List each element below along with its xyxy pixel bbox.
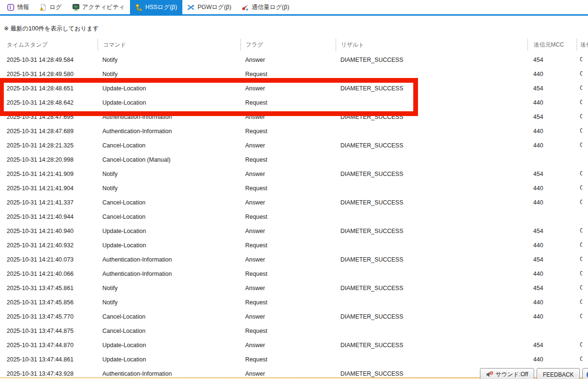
cell-mnc — [577, 328, 588, 334]
cell-mcc: 440 — [528, 242, 577, 249]
cell-flag: Answer — [240, 228, 336, 234]
cell-result: DIAMETER_SUCCESS — [336, 85, 528, 92]
thermometer-icon — [242, 4, 249, 11]
feedback-label: FEEDBACK — [543, 371, 574, 378]
cell-timestamp: 2025-10-31 14:21:41.337 — [0, 199, 98, 206]
cell-command: Notify — [98, 71, 240, 78]
sound-toggle-button[interactable]: サウンド:Off — [480, 368, 534, 379]
cell-result: DIAMETER_SUCCESS — [336, 142, 528, 149]
log-table-body: 2025-10-31 14:28:49.584 Notify Answer DI… — [0, 53, 588, 379]
table-row: 2025-10-31 14:28:49.580 Notify Request 4… — [0, 67, 588, 81]
table-header: タイムスタンプ コマンド フラグ リザルト 送信元MCC 送信元MNC — [0, 39, 588, 51]
key-alert-icon — [135, 4, 142, 11]
tab-traffic-log[interactable]: 通信量ログ(β) — [237, 0, 295, 14]
cell-mnc — [577, 156, 588, 163]
cell-timestamp: 2025-10-31 14:28:47.695 — [0, 114, 98, 120]
cell-mcc: 440 — [528, 71, 577, 78]
cell-mnc: 0 — [577, 284, 588, 292]
hss-log-page: 情報 ログ アクティビティ HSSログ(β) PGWログ(β) 通信量ログ(β) — [0, 0, 588, 379]
cell-command: Authentication-Information — [98, 271, 240, 277]
cell-mnc: 0 — [577, 70, 588, 78]
cell-mnc: 0 — [577, 299, 588, 307]
cell-timestamp: 2025-10-31 13:47:45.856 — [0, 299, 98, 306]
cell-command: Notify — [98, 171, 240, 177]
cell-command: Notify — [98, 299, 240, 306]
cell-timestamp: 2025-10-31 14:28:49.584 — [0, 57, 98, 63]
feedback-button[interactable]: FEEDBACK — [537, 368, 580, 379]
cell-mcc: 440 — [528, 356, 577, 363]
tab-label: PGWログ(β) — [198, 3, 231, 11]
column-header-command: コマンド — [98, 39, 240, 51]
cell-result: DIAMETER_SUCCESS — [336, 199, 528, 206]
table-row: 2025-10-31 14:28:21.325 Cancel-Location … — [0, 138, 588, 153]
cell-flag: Answer — [240, 85, 336, 92]
cell-command: Update-Location — [98, 228, 240, 234]
cell-timestamp: 2025-10-31 14:28:49.580 — [0, 71, 98, 78]
cell-mcc: 454 — [528, 228, 577, 234]
table-row: 2025-10-31 14:21:40.940 Update-Location … — [0, 224, 588, 238]
log-icon — [40, 4, 47, 11]
cell-flag: Request — [240, 271, 336, 277]
cell-command: Cancel-Location — [98, 214, 240, 220]
cell-flag: Request — [240, 185, 336, 192]
table-row: 2025-10-31 14:28:48.642 Update-Location … — [0, 96, 588, 110]
cell-flag: Request — [240, 356, 336, 363]
tab-hss-log[interactable]: HSSログ(β) — [130, 0, 182, 14]
cell-command: Cancel-Location — [98, 142, 240, 149]
cell-mcc: 440 — [528, 99, 577, 106]
tab-activity[interactable]: アクティビティ — [67, 0, 130, 14]
cell-timestamp: 2025-10-31 13:47:45.770 — [0, 313, 98, 320]
tab-pgw-log[interactable]: PGWログ(β) — [182, 0, 237, 14]
cell-command: Update-Location — [98, 356, 240, 363]
cell-timestamp: 2025-10-31 14:21:40.066 — [0, 271, 98, 277]
cell-mcc: 440 — [528, 142, 577, 149]
cell-flag: Request — [240, 71, 336, 78]
cell-flag: Request — [240, 156, 336, 163]
cell-flag: Answer — [240, 142, 336, 149]
cell-timestamp: 2025-10-31 13:47:43.928 — [0, 370, 98, 377]
cell-timestamp: 2025-10-31 14:21:40.944 — [0, 214, 98, 220]
cell-flag: Request — [240, 242, 336, 249]
info-icon — [7, 4, 14, 11]
cell-command: Update-Location — [98, 242, 240, 249]
cell-mnc: 0 — [577, 341, 588, 350]
cell-mcc: 454 — [528, 285, 577, 292]
cell-command: Update-Location — [98, 99, 240, 106]
cell-flag: Answer — [240, 313, 336, 320]
cell-flag: Answer — [240, 171, 336, 177]
cell-mnc: 0 — [577, 185, 588, 193]
table-row: 2025-10-31 13:47:45.861 Notify Answer DI… — [0, 281, 588, 295]
cell-command: Notify — [98, 285, 240, 292]
tab-label: ログ — [50, 3, 62, 11]
cell-mnc: 0 — [577, 113, 588, 121]
cell-result: DIAMETER_SUCCESS — [336, 313, 528, 320]
cell-mnc: 0 — [577, 170, 588, 178]
cell-mnc: 0 — [577, 199, 588, 207]
tab-info[interactable]: 情報 — [2, 0, 34, 14]
cell-flag: Answer — [240, 342, 336, 349]
cell-mnc: 0 — [577, 99, 588, 107]
cell-mnc: 0 — [577, 356, 588, 364]
cell-mcc: 454 — [528, 342, 577, 349]
cell-timestamp: 2025-10-31 13:47:44.875 — [0, 328, 98, 334]
table-row: 2025-10-31 14:21:40.066 Authentication-I… — [0, 267, 588, 281]
cell-command: Update-Location — [98, 342, 240, 349]
cell-timestamp: 2025-10-31 14:21:40.940 — [0, 228, 98, 234]
cell-command: Cancel-Location — [98, 328, 240, 334]
help-info-button[interactable]: i — [582, 368, 588, 379]
tab-bar: 情報 ログ アクティビティ HSSログ(β) PGWログ(β) 通信量ログ(β) — [0, 0, 588, 16]
cell-flag: Request — [240, 214, 336, 220]
cell-flag: Request — [240, 128, 336, 135]
cell-timestamp: 2025-10-31 14:21:40.932 — [0, 242, 98, 249]
cell-mcc: 454 — [528, 57, 577, 63]
cell-mnc: 0 — [577, 56, 588, 64]
cell-mnc: 0 — [577, 142, 588, 150]
tab-log[interactable]: ログ — [34, 0, 67, 14]
cell-command: Notify — [98, 57, 240, 63]
column-header-mcc: 送信元MCC — [528, 39, 577, 51]
cell-mnc: 0 — [577, 227, 588, 235]
latest-100-note: ※ 最新の100件を表示しております — [4, 25, 99, 33]
tab-label: アクティビティ — [82, 3, 125, 11]
tab-label: HSSログ(β) — [145, 3, 177, 11]
table-row: 2025-10-31 14:28:20.998 Cancel-Location … — [0, 153, 588, 167]
